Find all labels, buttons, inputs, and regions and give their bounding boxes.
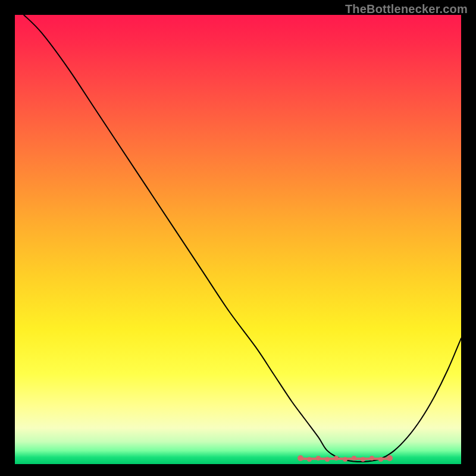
bottleneck-curve [24, 15, 461, 462]
trough-marker [325, 457, 330, 462]
optimal-range-markers [298, 455, 393, 462]
trough-marker [334, 456, 339, 461]
trough-marker [316, 456, 321, 461]
curve-layer [15, 15, 461, 464]
trough-marker [298, 455, 303, 461]
attribution-label: TheBottlenecker.com [345, 2, 468, 16]
plot-area [15, 15, 461, 464]
trough-marker [378, 457, 383, 462]
chart-stage: TheBottlenecker.com [0, 0, 476, 476]
trough-marker [387, 455, 393, 461]
trough-marker [361, 457, 365, 462]
trough-marker [343, 457, 347, 462]
trough-marker [352, 456, 356, 461]
trough-marker [307, 457, 312, 462]
trough-marker [369, 456, 374, 461]
